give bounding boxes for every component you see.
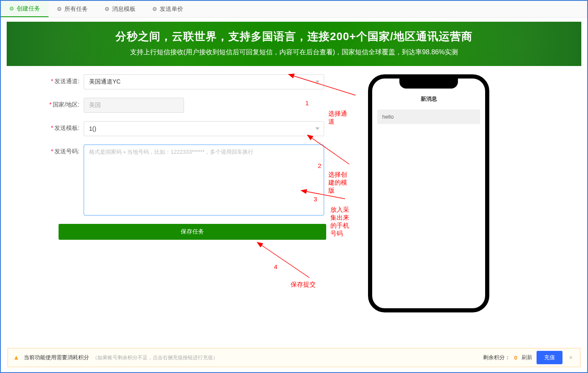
svg-line-4 xyxy=(257,242,309,278)
tab-label: 所有任务 xyxy=(64,5,88,13)
template-label: *发送模板: xyxy=(38,121,84,132)
chevron-down-icon xyxy=(315,81,320,83)
points-label: 剩余积分： xyxy=(483,354,510,361)
hero-banner: 分秒之间，云联世界，支持多国语言，连接200+个国家/地区通讯运营商 支持上行短… xyxy=(7,22,581,66)
footer-warning-bar: ▲ 当前功能使用需要消耗积分 （如果账号剩余积分不足，点击右侧充值按钮进行充值）… xyxy=(8,348,580,367)
chevron-down-icon xyxy=(315,127,320,130)
numbers-label: *发送号码: xyxy=(38,145,84,155)
tab-message-template[interactable]: ⚙ 消息模板 xyxy=(96,1,144,17)
footer-main-text: 当前功能使用需要消耗积分 xyxy=(24,354,89,361)
country-select: 美国 xyxy=(84,98,184,113)
channel-label: *发送通道: xyxy=(38,74,84,85)
banner-title: 分秒之间，云联世界，支持多国语言，连接200+个国家/地区通讯运营商 xyxy=(15,29,573,44)
country-value: 美国 xyxy=(89,101,101,109)
refresh-link[interactable]: 刷新 xyxy=(522,354,532,361)
tabs-bar: ⚙ 创建任务 ⚙ 所有任务 ⚙ 消息模板 ⚙ 发送单价 xyxy=(1,1,587,18)
user-structure-icon: ⚙ xyxy=(57,6,62,12)
numbers-input[interactable] xyxy=(84,145,324,216)
country-label: *国家/地区: xyxy=(38,98,84,109)
tab-label: 发送单价 xyxy=(160,5,183,13)
channel-select[interactable]: 美国通道YC xyxy=(84,74,324,89)
user-structure-icon: ⚙ xyxy=(9,5,14,12)
phone-preview: 新消息 hello xyxy=(368,74,489,312)
template-select[interactable]: 1() xyxy=(84,121,324,136)
tab-label: 消息模板 xyxy=(112,5,135,13)
form-panel: *发送通道: 美国通道YC *国家/地区: 美国 *发送模板: 1() *发送号… xyxy=(38,74,351,312)
banner-subtitle: 支持上行短信接收(用户接收到短信后可回复短信，内容可在后台查看)，国家短信全球覆… xyxy=(15,48,573,57)
tab-label: 创建任务 xyxy=(17,5,40,13)
tab-all-tasks[interactable]: ⚙ 所有任务 xyxy=(49,1,96,17)
phone-notch xyxy=(399,79,458,89)
template-value: 1() xyxy=(89,125,96,132)
phone-header: 新消息 xyxy=(372,93,485,105)
close-icon[interactable]: × xyxy=(567,354,575,361)
points-value: 0 xyxy=(514,355,517,361)
phone-message: hello xyxy=(377,109,480,124)
tab-create-task[interactable]: ⚙ 创建任务 xyxy=(1,1,49,17)
channel-value: 美国通道YC xyxy=(89,78,120,86)
user-structure-icon: ⚙ xyxy=(152,6,157,12)
tab-send-price[interactable]: ⚙ 发送单价 xyxy=(144,1,192,17)
warning-icon: ▲ xyxy=(13,354,20,361)
user-structure-icon: ⚙ xyxy=(105,6,110,12)
annotation-number-4: 4 xyxy=(274,263,277,270)
recharge-button[interactable]: 充值 xyxy=(537,351,562,364)
save-button[interactable]: 保存任务 xyxy=(59,224,326,240)
annotation-save-submit: 保存提交 xyxy=(291,281,316,289)
footer-sub-text: （如果账号剩余积分不足，点击右侧充值按钮进行充值） xyxy=(92,354,218,361)
